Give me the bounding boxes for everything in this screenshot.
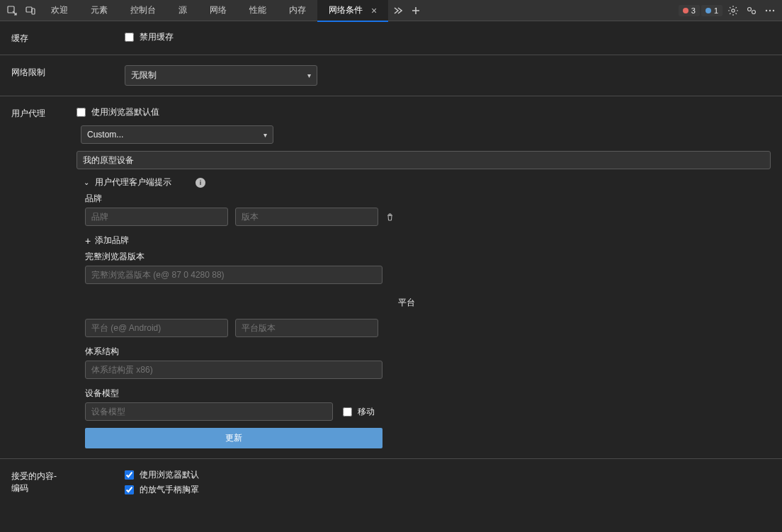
info-dot-icon <box>706 8 711 13</box>
encodings-default-checkbox[interactable]: 使用浏览器默认 <box>125 469 771 481</box>
activity-icon[interactable] <box>742 0 761 21</box>
encodings-row: 接受的内容- 编码 使用浏览器默认 的放气手柄胸罩 <box>0 459 782 500</box>
tab-network-conditions[interactable]: 网络条件 × <box>317 0 388 21</box>
svg-point-8 <box>773 9 774 11</box>
add-brand-button[interactable]: + 添加品牌 <box>85 234 771 247</box>
devtools-toolbar: 欢迎 元素 控制台 源 网络 性能 内存 网络条件 × 3 1 <box>0 0 782 21</box>
add-tab-icon[interactable] <box>407 0 425 21</box>
cache-row: 缓存 禁用缓存 <box>0 21 782 55</box>
full-version-label: 完整浏览器版本 <box>85 251 771 263</box>
svg-point-3 <box>732 9 735 11</box>
device-mode-icon[interactable] <box>21 0 40 21</box>
info-counter[interactable]: 1 <box>701 5 722 16</box>
svg-point-5 <box>752 10 756 13</box>
trash-icon[interactable] <box>385 213 395 222</box>
tab-performance[interactable]: 性能 <box>238 0 278 21</box>
svg-rect-1 <box>26 7 32 12</box>
platform-label: 平台 <box>398 297 415 309</box>
platform-input[interactable] <box>85 319 228 337</box>
ua-hints-toggle[interactable]: ⌄ 用户代理客户端提示 i <box>84 176 771 188</box>
chevron-down-icon: ▾ <box>307 72 311 79</box>
ua-use-default-checkbox[interactable]: 使用浏览器默认值 <box>76 106 771 118</box>
tab-welcome[interactable]: 欢迎 <box>40 0 79 21</box>
encodings-label: 接受的内容- 编码 <box>11 469 125 494</box>
info-icon[interactable]: i <box>196 178 205 188</box>
encodings-deflate-checkbox[interactable]: 的放气手柄胸罩 <box>125 484 771 496</box>
more-icon[interactable] <box>761 0 779 21</box>
update-button[interactable]: 更新 <box>85 428 382 448</box>
ua-use-default-input[interactable] <box>76 108 86 117</box>
error-dot-icon <box>683 8 688 13</box>
user-agent-row: 用户代理 使用浏览器默认值 Custom... ▾ ⌄ 用户代理客户端提示 i <box>0 96 782 459</box>
full-version-input[interactable] <box>85 266 382 284</box>
settings-icon[interactable] <box>724 0 742 21</box>
more-tabs-icon[interactable] <box>388 0 407 21</box>
chevron-down-icon: ⌄ <box>84 179 89 186</box>
brand-name-input[interactable] <box>85 208 228 226</box>
brand-label: 品牌 <box>85 193 771 205</box>
throttle-row: 网络限制 无限制 ▾ <box>0 55 782 96</box>
device-model-label: 设备模型 <box>85 387 771 400</box>
network-conditions-panel: 缓存 禁用缓存 网络限制 无限制 ▾ 用户代理 使用浏览器默认值 C <box>0 21 782 500</box>
tab-console[interactable]: 控制台 <box>119 0 167 21</box>
tab-elements[interactable]: 元素 <box>79 0 119 21</box>
user-agent-label: 用户代理 <box>11 106 76 120</box>
device-model-input[interactable] <box>85 402 333 421</box>
mobile-input[interactable] <box>343 407 352 417</box>
inspect-icon[interactable] <box>3 0 21 21</box>
error-counter[interactable]: 3 <box>679 5 700 16</box>
throttle-label: 网络限制 <box>11 65 125 79</box>
ua-string-input[interactable] <box>76 151 771 169</box>
svg-point-7 <box>769 9 771 11</box>
disable-cache-checkbox[interactable]: 禁用缓存 <box>125 31 771 43</box>
encodings-deflate-input[interactable] <box>125 485 134 494</box>
brand-version-input[interactable] <box>235 208 378 226</box>
platform-version-input[interactable] <box>235 319 378 337</box>
cache-label: 缓存 <box>11 31 125 45</box>
svg-rect-2 <box>32 9 35 14</box>
svg-point-4 <box>748 7 752 11</box>
disable-cache-input[interactable] <box>125 33 134 42</box>
ua-preset-select[interactable]: Custom... ▾ <box>81 125 273 144</box>
tab-network[interactable]: 网络 <box>198 0 238 21</box>
arch-input[interactable] <box>85 361 382 379</box>
arch-label: 体系结构 <box>85 346 771 358</box>
encodings-default-input[interactable] <box>125 470 134 480</box>
plus-icon: + <box>85 235 91 247</box>
tab-memory[interactable]: 内存 <box>278 0 317 21</box>
mobile-checkbox[interactable]: 移动 <box>343 406 375 418</box>
close-icon[interactable]: × <box>371 5 377 16</box>
tab-sources[interactable]: 源 <box>167 0 198 21</box>
chevron-down-icon: ▾ <box>264 131 267 139</box>
throttle-select[interactable]: 无限制 ▾ <box>125 65 317 86</box>
svg-point-6 <box>766 9 767 11</box>
